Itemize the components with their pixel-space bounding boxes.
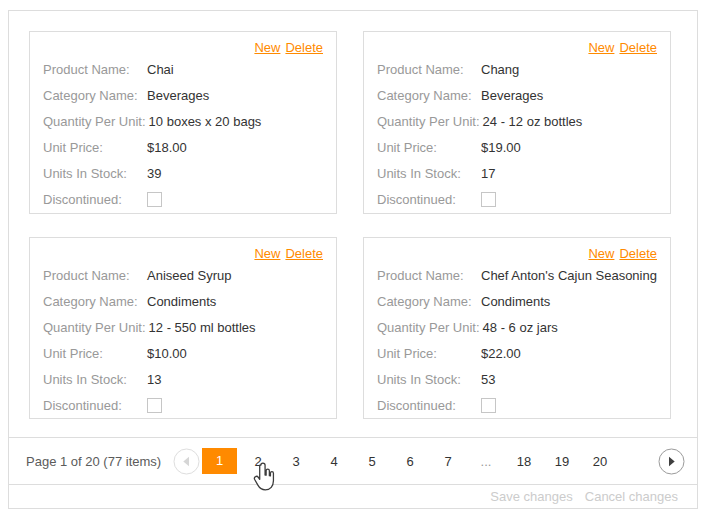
field-label: Product Name: <box>377 62 481 77</box>
cancel-changes-link[interactable]: Cancel changes <box>585 489 678 504</box>
field-label: Category Name: <box>377 294 481 309</box>
unit-price-value: $10.00 <box>147 346 187 361</box>
new-link[interactable]: New <box>254 40 280 55</box>
product-name-value: Aniseed Syrup <box>147 268 232 283</box>
field-label: Category Name: <box>43 294 147 309</box>
field-label: Units In Stock: <box>377 166 481 181</box>
field-label: Quantity Per Unit: <box>377 114 483 129</box>
field-label: Quantity Per Unit: <box>377 320 483 335</box>
discontinued-checkbox[interactable] <box>147 398 162 413</box>
pager-page[interactable]: 7 <box>436 454 460 469</box>
new-link[interactable]: New <box>254 246 280 261</box>
product-name-value: Chef Anton's Cajun Seasoning <box>481 268 657 283</box>
field-label: Units In Stock: <box>43 372 147 387</box>
pager: Page 1 of 20 (77 items) 1 2 3 4 5 6 7 ..… <box>9 437 697 484</box>
field-label: Category Name: <box>377 88 481 103</box>
product-card: New Delete Product Name:Chef Anton's Caj… <box>363 237 671 419</box>
edit-actions-bar: Save changes Cancel changes <box>9 484 697 508</box>
product-name-value: Chang <box>481 62 519 77</box>
next-page-icon <box>658 448 685 475</box>
units-in-stock-value: 13 <box>147 372 161 387</box>
prev-page-button[interactable] <box>173 448 200 475</box>
quantity-per-unit-value: 10 boxes x 20 bags <box>149 114 262 129</box>
pager-ellipsis: ... <box>474 454 498 469</box>
cards-grid: New Delete Product Name:Chai Category Na… <box>9 11 697 437</box>
field-label: Discontinued: <box>377 398 481 413</box>
pager-page-current[interactable]: 1 <box>202 448 237 474</box>
field-label: Unit Price: <box>43 140 147 155</box>
field-label: Unit Price: <box>377 140 481 155</box>
app-screenshot: New Delete Product Name:Chai Category Na… <box>0 0 707 520</box>
pager-page[interactable]: 3 <box>284 454 308 469</box>
field-label: Units In Stock: <box>377 372 481 387</box>
discontinued-checkbox[interactable] <box>481 192 496 207</box>
pager-info: Page 1 of 20 (77 items) <box>26 454 173 469</box>
product-card: New Delete Product Name:Chang Category N… <box>363 31 671 214</box>
field-label: Quantity Per Unit: <box>43 320 149 335</box>
discontinued-checkbox[interactable] <box>481 398 496 413</box>
pager-page[interactable]: 2 <box>246 454 270 469</box>
quantity-per-unit-value: 12 - 550 ml bottles <box>149 320 256 335</box>
field-label: Discontinued: <box>43 192 147 207</box>
products-card-view-panel: New Delete Product Name:Chai Category Na… <box>8 10 698 509</box>
field-label: Discontinued: <box>377 192 481 207</box>
delete-link[interactable]: Delete <box>285 246 323 261</box>
unit-price-value: $19.00 <box>481 140 521 155</box>
pager-page[interactable]: 5 <box>360 454 384 469</box>
delete-link[interactable]: Delete <box>619 246 657 261</box>
delete-link[interactable]: Delete <box>619 40 657 55</box>
category-name-value: Condiments <box>481 294 550 309</box>
save-changes-link[interactable]: Save changes <box>490 489 572 504</box>
new-link[interactable]: New <box>588 40 614 55</box>
category-name-value: Beverages <box>147 88 209 103</box>
product-card: New Delete Product Name:Chai Category Na… <box>29 31 337 214</box>
prev-page-icon <box>173 448 200 475</box>
pager-page[interactable]: 20 <box>588 454 612 469</box>
quantity-per-unit-value: 24 - 12 oz bottles <box>483 114 583 129</box>
units-in-stock-value: 39 <box>147 166 161 181</box>
units-in-stock-value: 17 <box>481 166 495 181</box>
quantity-per-unit-value: 48 - 6 oz jars <box>483 320 558 335</box>
pager-page[interactable]: 18 <box>512 454 536 469</box>
field-label: Product Name: <box>43 62 147 77</box>
delete-link[interactable]: Delete <box>285 40 323 55</box>
product-card: New Delete Product Name:Aniseed Syrup Ca… <box>29 237 337 419</box>
unit-price-value: $22.00 <box>481 346 521 361</box>
field-label: Units In Stock: <box>43 166 147 181</box>
pager-page[interactable]: 6 <box>398 454 422 469</box>
field-label: Quantity Per Unit: <box>43 114 149 129</box>
field-label: Product Name: <box>377 268 481 283</box>
unit-price-value: $18.00 <box>147 140 187 155</box>
units-in-stock-value: 53 <box>481 372 495 387</box>
discontinued-checkbox[interactable] <box>147 192 162 207</box>
pager-page[interactable]: 4 <box>322 454 346 469</box>
next-page-button[interactable] <box>658 448 685 475</box>
category-name-value: Beverages <box>481 88 543 103</box>
field-label: Category Name: <box>43 88 147 103</box>
field-label: Unit Price: <box>377 346 481 361</box>
product-name-value: Chai <box>147 62 174 77</box>
field-label: Product Name: <box>43 268 147 283</box>
field-label: Discontinued: <box>43 398 147 413</box>
pager-page[interactable]: 19 <box>550 454 574 469</box>
field-label: Unit Price: <box>43 346 147 361</box>
category-name-value: Condiments <box>147 294 216 309</box>
new-link[interactable]: New <box>588 246 614 261</box>
